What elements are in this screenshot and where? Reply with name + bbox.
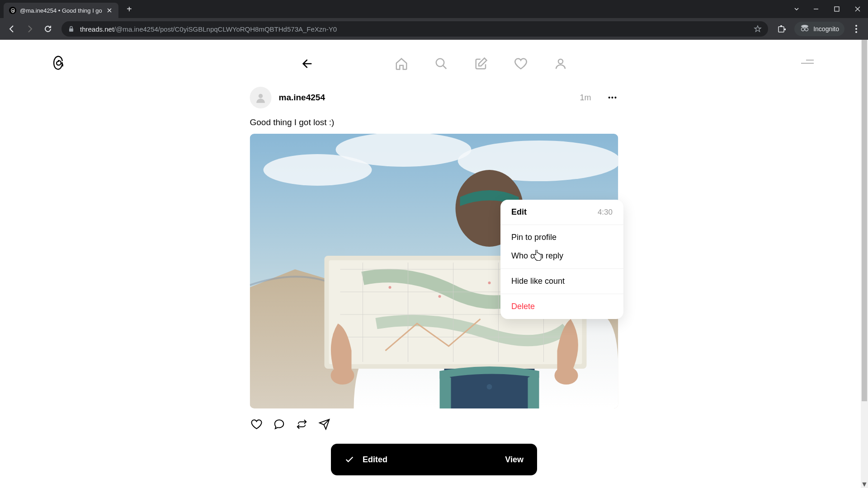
browser-menu-icon[interactable]	[848, 21, 864, 37]
share-icon[interactable]	[318, 418, 331, 431]
new-tab-button[interactable]: +	[123, 3, 136, 15]
post-text: Good thing I got lost :)	[250, 117, 618, 127]
toast-notification: Edited View	[331, 444, 537, 475]
svg-point-27	[487, 384, 492, 389]
username[interactable]: ma.ine4254	[279, 93, 325, 103]
close-tab-icon[interactable]	[106, 7, 113, 14]
svg-rect-0	[835, 7, 839, 11]
svg-point-22	[439, 295, 441, 298]
toast-view-button[interactable]: View	[505, 455, 524, 465]
settings-menu-icon[interactable]	[801, 60, 814, 64]
menu-hide-label: Hide like count	[511, 277, 565, 286]
timestamp: 1m	[580, 93, 591, 103]
check-icon	[344, 455, 354, 465]
menu-edit-label: Edit	[511, 207, 527, 217]
menu-pin-label: Pin to profile	[511, 233, 557, 242]
menu-delete-label: Delete	[511, 302, 535, 311]
maximize-button[interactable]	[826, 0, 847, 18]
tabs-dropdown-icon[interactable]	[788, 0, 806, 18]
svg-point-13	[259, 94, 263, 98]
incognito-label: Incognito	[813, 25, 839, 33]
profile-icon[interactable]	[553, 56, 568, 71]
back-button[interactable]	[4, 21, 20, 37]
avatar[interactable]	[250, 87, 272, 108]
menu-pin[interactable]: Pin to profile	[500, 225, 623, 247]
nav-back-icon[interactable]	[300, 56, 315, 71]
svg-point-5	[801, 25, 808, 28]
window-controls	[788, 0, 868, 18]
toast-message: Edited	[363, 455, 505, 465]
compose-icon[interactable]	[473, 56, 489, 71]
svg-point-8	[855, 25, 857, 27]
page-content: ma.ine4254 1m ••• Good thing I got lost …	[0, 40, 868, 488]
browser-tab[interactable]: @ma.ine4254 • Good thing I go	[4, 3, 118, 18]
svg-point-7	[805, 28, 808, 31]
incognito-badge[interactable]: Incognito	[794, 22, 844, 36]
scroll-down-icon[interactable]: ▼	[861, 481, 868, 488]
post-options-menu: Edit 4:30 Pin to profile Who can reply H…	[500, 200, 623, 319]
threads-logo-icon[interactable]	[50, 54, 67, 73]
svg-point-6	[802, 28, 805, 31]
menu-hide-like-count[interactable]: Hide like count	[500, 269, 623, 294]
svg-point-23	[488, 282, 491, 284]
menu-who-can-reply[interactable]: Who can reply	[500, 247, 623, 269]
search-icon[interactable]	[434, 56, 449, 71]
threads-favicon-icon	[9, 7, 16, 14]
home-icon[interactable]	[394, 56, 409, 71]
svg-point-11	[436, 59, 444, 67]
like-icon[interactable]	[250, 418, 264, 431]
svg-point-16	[336, 134, 472, 167]
forward-button[interactable]	[22, 21, 38, 37]
cursor-pointer-icon	[533, 250, 542, 263]
tab-title: @ma.ine4254 • Good thing I go	[20, 7, 102, 14]
svg-point-12	[558, 59, 563, 64]
reply-icon[interactable]	[273, 418, 286, 431]
extensions-icon[interactable]	[774, 21, 790, 37]
menu-edit-time: 4:30	[598, 208, 613, 217]
lock-icon	[68, 26, 75, 33]
reload-button[interactable]	[40, 21, 56, 37]
incognito-icon	[800, 23, 810, 35]
browser-tab-strip: @ma.ine4254 • Good thing I go +	[0, 0, 868, 18]
svg-point-21	[389, 286, 392, 289]
post-more-icon[interactable]: •••	[608, 94, 618, 101]
activity-heart-icon[interactable]	[513, 56, 528, 71]
svg-point-9	[855, 28, 857, 30]
threads-top-nav	[300, 56, 568, 71]
svg-rect-4	[784, 28, 786, 30]
svg-rect-2	[778, 27, 784, 32]
close-window-button[interactable]	[847, 0, 868, 18]
repost-icon[interactable]	[295, 418, 309, 431]
svg-point-25	[555, 366, 578, 385]
svg-point-24	[331, 366, 354, 385]
scrollbar[interactable]: ▲ ▼	[861, 40, 868, 488]
address-bar[interactable]: threads.net/@ma.ine4254/post/C0yiSGBLnpq…	[61, 21, 768, 37]
svg-point-10	[855, 31, 857, 33]
menu-delete[interactable]: Delete	[500, 294, 623, 319]
svg-rect-3	[780, 25, 782, 27]
browser-toolbar: threads.net/@ma.ine4254/post/C0yiSGBLnpq…	[0, 18, 868, 40]
menu-edit[interactable]: Edit 4:30	[500, 200, 623, 225]
svg-rect-1	[69, 28, 73, 32]
bookmark-star-icon[interactable]	[754, 25, 762, 33]
scroll-thumb[interactable]	[862, 40, 867, 401]
minimize-button[interactable]	[806, 0, 826, 18]
url-text: threads.net/@ma.ine4254/post/C0yiSGBLnpq…	[80, 25, 748, 33]
post-actions	[250, 418, 618, 431]
post-header: ma.ine4254 1m •••	[250, 87, 618, 108]
